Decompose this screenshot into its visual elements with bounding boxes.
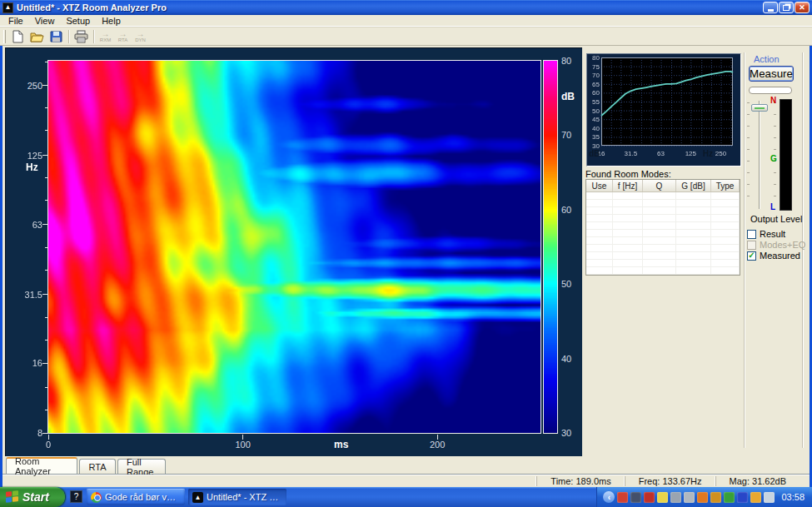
checkbox-icon[interactable]: [747, 230, 756, 239]
table-row[interactable]: [586, 252, 740, 260]
column-header-fhz[interactable]: f [Hz]: [613, 180, 643, 191]
table-cell: [586, 245, 613, 251]
freq-tick: [42, 294, 48, 295]
toolbar-separator: [68, 30, 69, 43]
menu-help[interactable]: Help: [96, 16, 127, 26]
tray-icon-9[interactable]: [724, 492, 735, 503]
table-cell: [613, 207, 643, 214]
tray-icon-2[interactable]: [630, 492, 641, 503]
table-row[interactable]: [586, 215, 740, 222]
spectrogram-plot[interactable]: [47, 60, 541, 434]
print-button[interactable]: [72, 28, 91, 45]
colorbar-tick-label: 60: [561, 205, 581, 215]
table-cell: [676, 215, 711, 221]
mode-button-label: DYN: [135, 37, 146, 43]
table-cell: [613, 237, 643, 244]
tray-icon-12[interactable]: [764, 492, 775, 503]
status-field-time: Time: 189.0ms: [536, 476, 624, 486]
new-file-button[interactable]: [8, 28, 27, 45]
printer-icon: [74, 30, 88, 43]
taskbar: Start ? ‹ 03:58 Gode råd bør være ri...▲…: [0, 487, 812, 507]
start-button[interactable]: Start: [0, 487, 65, 507]
status-field-freq: Freq: 133.67Hz: [625, 476, 715, 486]
save-button[interactable]: [47, 28, 66, 45]
menu-view[interactable]: View: [29, 16, 61, 26]
tray-clock[interactable]: 03:58: [781, 492, 805, 502]
measure-button[interactable]: Measure: [749, 66, 794, 82]
menu-file[interactable]: File: [2, 16, 29, 26]
open-file-button[interactable]: [27, 28, 47, 45]
colorbar-tick-label: 40: [561, 354, 581, 364]
column-header-type[interactable]: Type: [711, 180, 740, 191]
tray-chevron-icon[interactable]: ‹: [603, 491, 615, 503]
spectrogram-canvas[interactable]: [48, 61, 541, 433]
table-cell: [586, 192, 613, 199]
menu-setup[interactable]: Setup: [60, 16, 96, 26]
title-bar[interactable]: ▲ Untitled* - XTZ Room Analyzer Pro ✕: [0, 0, 812, 15]
table-row[interactable]: [586, 222, 740, 230]
checkbox-result[interactable]: Result: [747, 229, 785, 239]
tray-icon-8[interactable]: [710, 492, 721, 503]
freq-tick: [42, 433, 48, 434]
tray-icon-7[interactable]: [697, 492, 708, 503]
table-row[interactable]: [586, 230, 740, 237]
time-tick-label: 200: [426, 440, 449, 450]
tab-room-analyzer[interactable]: Room Analyzer: [6, 457, 77, 474]
tab-full-range[interactable]: Full Range: [117, 459, 166, 474]
table-row[interactable]: [586, 192, 740, 200]
table-cell: [711, 215, 740, 221]
mode-button-dyn[interactable]: →DYN: [132, 28, 149, 45]
table-cell: [643, 267, 676, 274]
arrow-right-icon: →: [102, 30, 110, 37]
checkbox-measured[interactable]: ✓Measured: [747, 251, 800, 261]
freq-tick-label: 125: [6, 151, 42, 161]
taskbar-task-2[interactable]: ▲Untitled* - XTZ Room ...: [188, 489, 286, 505]
restore-button[interactable]: [779, 2, 794, 13]
taskbar-task-1[interactable]: Gode råd bør være ri...: [87, 489, 185, 505]
mode-button-rta[interactable]: →RTA: [114, 28, 132, 45]
tab-rta[interactable]: RTA: [79, 459, 116, 474]
column-header-q[interactable]: Q: [643, 180, 676, 191]
task-label: Untitled* - XTZ Room ...: [207, 492, 282, 502]
table-row[interactable]: [586, 207, 740, 215]
toolbar-grip[interactable]: [3, 30, 6, 43]
tray-icon-3[interactable]: [644, 492, 655, 503]
table-cell: [676, 260, 711, 266]
room-modes-table[interactable]: Usef [Hz]QG [dB]Type: [585, 179, 740, 276]
tray-icon-11[interactable]: [750, 492, 761, 503]
table-row[interactable]: [586, 267, 740, 275]
column-header-use[interactable]: Use: [586, 180, 613, 191]
tray-icon-5[interactable]: [670, 492, 681, 503]
colorbar-tick-label: 50: [561, 279, 581, 289]
spectrogram-panel: 2501256331.5168 0100200 807060504030 Hz …: [5, 47, 582, 456]
restore-icon: [783, 5, 790, 11]
table-cell: [676, 245, 711, 251]
tray-icon-1[interactable]: [617, 492, 628, 503]
tray-icon-4[interactable]: [657, 492, 668, 503]
colorbar-canvas: [544, 61, 557, 433]
minimize-button[interactable]: [763, 2, 778, 13]
checkbox-checked-icon[interactable]: ✓: [747, 251, 756, 261]
column-header-gdb[interactable]: G [dB]: [676, 180, 711, 191]
checkbox-icon[interactable]: [747, 241, 756, 250]
freq-tick: [45, 340, 48, 340]
output-level-slider-track[interactable]: [759, 101, 760, 209]
table-cell: [613, 230, 643, 236]
mode-button-label: RTA: [118, 37, 127, 43]
output-level-slider-handle[interactable]: [751, 104, 768, 112]
table-row[interactable]: [586, 200, 740, 207]
tray-icon-6[interactable]: [684, 492, 695, 503]
freq-tick: [45, 270, 48, 271]
table-row[interactable]: [586, 260, 740, 267]
table-row[interactable]: [586, 237, 740, 245]
table-cell: [586, 230, 613, 236]
checkbox-label: Result: [760, 229, 785, 239]
close-button[interactable]: ✕: [795, 2, 810, 13]
arrow-right-icon: →: [137, 30, 145, 37]
mode-button-rxm[interactable]: →RXM: [97, 28, 114, 45]
table-cell: [676, 237, 711, 244]
tray-icon-10[interactable]: [737, 492, 748, 503]
checkbox-modes-eq[interactable]: Modes+EQ: [747, 240, 805, 250]
table-row[interactable]: [586, 245, 740, 252]
quick-launch-icon[interactable]: ?: [70, 490, 82, 503]
